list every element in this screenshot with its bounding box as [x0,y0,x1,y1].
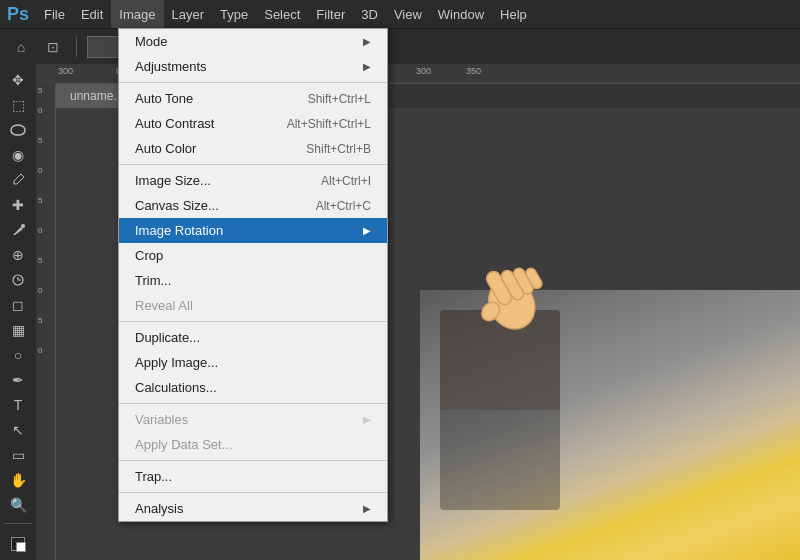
menu-item-trap-label: Trap... [135,469,172,484]
menu-shortcut-canvas-size: Alt+Ctrl+C [316,199,371,213]
menu-item-auto-tone[interactable]: Auto Tone Shift+Ctrl+L [119,86,387,111]
menu-type[interactable]: Type [212,0,256,28]
tool-brush[interactable] [4,218,32,241]
ruler-num-300: 300 [416,66,431,76]
menu-item-crop[interactable]: Crop [119,243,387,268]
tool-pen[interactable]: ✒ [4,368,32,391]
photo-preview [420,290,800,560]
photo-subject-top [440,310,560,410]
menu-item-calculations-label: Calculations... [135,380,217,395]
menu-arrow-mode: ▶ [363,36,371,47]
menu-item-reveal-all-label: Reveal All [135,298,193,313]
menu-item-calculations[interactable]: Calculations... [119,375,387,400]
menu-sep-5 [119,460,387,461]
tool-text[interactable]: T [4,393,32,416]
menu-item-duplicate[interactable]: Duplicate... [119,325,387,350]
menu-item-image-rotation-label: Image Rotation [135,223,223,238]
ruler-v-5: 5 [38,136,42,145]
menu-shortcut-image-size: Alt+Ctrl+I [321,174,371,188]
menu-item-image-size-label: Image Size... [135,173,211,188]
menu-item-analysis-label: Analysis [135,501,183,516]
menu-select[interactable]: Select [256,0,308,28]
tool-zoom[interactable]: 🔍 [4,494,32,517]
menu-arrow-image-rotation: ▶ [363,225,371,236]
svg-rect-7 [524,266,544,290]
ruler-num-300neg: 300 [58,66,73,76]
tool-dodge[interactable]: ○ [4,343,32,366]
svg-point-0 [21,224,25,228]
menu-arrow-analysis: ▶ [363,503,371,514]
menu-window[interactable]: Window [430,0,492,28]
menu-item-apply-data-set: Apply Data Set... [119,432,387,457]
crop-icon[interactable]: ⊡ [40,34,66,60]
tool-quick-select[interactable]: ◉ [4,143,32,166]
ruler-v-20: 0 [38,226,42,235]
menu-help[interactable]: Help [492,0,535,28]
toolbar-sep1 [76,37,77,57]
tool-eraser[interactable]: ◻ [4,293,32,316]
image-menu-dropdown: Mode ▶ Adjustments ▶ Auto Tone Shift+Ctr… [118,28,388,522]
tool-shapes[interactable]: ▭ [4,443,32,466]
tool-move[interactable]: ✥ [4,68,32,91]
menu-shortcut-auto-color: Shift+Ctrl+B [306,142,371,156]
menu-item-auto-color-label: Auto Color [135,141,196,156]
ruler-v-25: 5 [38,256,42,265]
menu-sep-2 [119,164,387,165]
menu-item-auto-contrast[interactable]: Auto Contrast Alt+Shift+Ctrl+L [119,111,387,136]
menu-shortcut-auto-tone: Shift+Ctrl+L [308,92,371,106]
image-menu: Mode ▶ Adjustments ▶ Auto Tone Shift+Ctr… [118,28,388,522]
tool-hand[interactable]: ✋ [4,469,32,492]
menu-arrow-adjustments: ▶ [363,61,371,72]
menu-item-variables: Variables ▶ [119,407,387,432]
tool-clone[interactable]: ⊕ [4,243,32,266]
menu-image[interactable]: Image [111,0,163,28]
tool-heal[interactable]: ✚ [4,193,32,216]
menu-item-analysis[interactable]: Analysis ▶ [119,496,387,521]
menu-item-canvas-size[interactable]: Canvas Size... Alt+Ctrl+C [119,193,387,218]
menu-layer[interactable]: Layer [164,0,213,28]
tool-lasso[interactable] [4,118,32,141]
menu-item-crop-label: Crop [135,248,163,263]
menu-item-trap[interactable]: Trap... [119,464,387,489]
menu-item-image-rotation[interactable]: Image Rotation ▶ [119,218,387,243]
app-logo: Ps [4,0,32,28]
menu-file[interactable]: File [36,0,73,28]
menu-item-trim[interactable]: Trim... [119,268,387,293]
menu-item-reveal-all: Reveal All [119,293,387,318]
menu-sep-3 [119,321,387,322]
menu-sep-1 [119,82,387,83]
menu-item-apply-image[interactable]: Apply Image... [119,350,387,375]
menu-item-adjustments[interactable]: Adjustments ▶ [119,54,387,79]
menu-item-image-size[interactable]: Image Size... Alt+Ctrl+I [119,168,387,193]
menu-sep-4 [119,403,387,404]
tool-eyedropper[interactable] [4,168,32,191]
menu-item-trim-label: Trim... [135,273,171,288]
menu-edit[interactable]: Edit [73,0,111,28]
ruler-v-15: 5 [38,196,42,205]
menu-item-mode[interactable]: Mode ▶ [119,29,387,54]
menu-item-mode-label: Mode [135,34,168,49]
ruler-corner [36,64,56,84]
home-icon[interactable]: ⌂ [8,34,34,60]
menu-filter[interactable]: Filter [308,0,353,28]
menu-item-auto-color[interactable]: Auto Color Shift+Ctrl+B [119,136,387,161]
menu-item-adjustments-label: Adjustments [135,59,207,74]
tool-selection[interactable]: ⬚ [4,93,32,116]
menubar: Ps File Edit Image Layer Type Select Fil… [0,0,800,28]
menu-3d[interactable]: 3D [353,0,386,28]
ruler-v-35: 5 [38,316,42,325]
ruler-v-5neg: 5 [38,86,42,95]
menu-item-auto-contrast-label: Auto Contrast [135,116,215,131]
ruler-num-350: 350 [466,66,481,76]
menu-item-apply-data-set-label: Apply Data Set... [135,437,233,452]
ruler-v-10: 0 [38,166,42,175]
tool-path-select[interactable]: ↖ [4,418,32,441]
tool-fg-bg-color[interactable] [4,533,32,556]
menu-item-variables-label: Variables [135,412,188,427]
tool-gradient[interactable]: ▦ [4,318,32,341]
tool-history[interactable] [4,268,32,291]
left-panel: ✥ ⬚ ◉ ✚ ⊕ ◻ ▦ ○ ✒ T ↖ ▭ ✋ 🔍 [0,64,36,560]
menu-view[interactable]: View [386,0,430,28]
menu-arrow-variables: ▶ [363,414,371,425]
ruler-left: 5 0 5 0 5 0 5 0 5 0 [36,84,56,560]
